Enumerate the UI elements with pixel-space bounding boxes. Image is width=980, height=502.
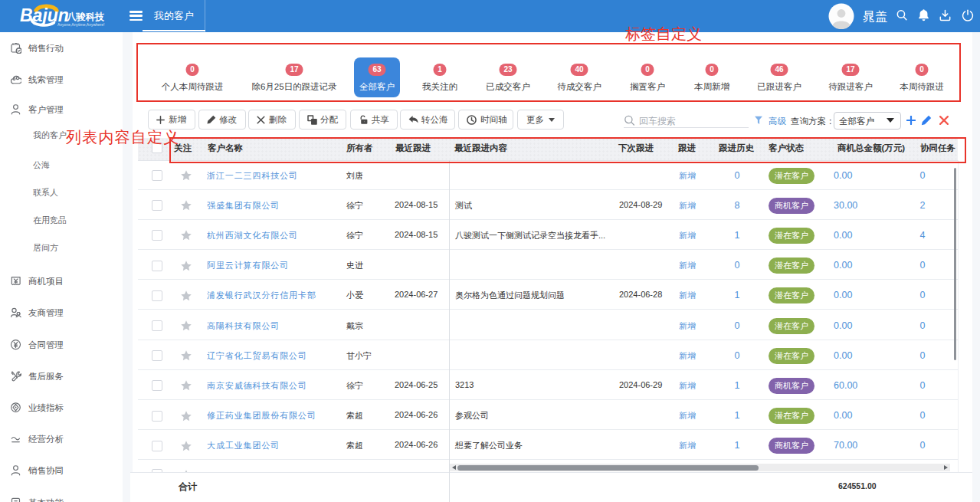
- svg-text:Anyone,Anytime,Anywhere!: Anyone,Anytime,Anywhere!: [57, 22, 104, 27]
- svg-text:八骏科技: 八骏科技: [66, 11, 105, 22]
